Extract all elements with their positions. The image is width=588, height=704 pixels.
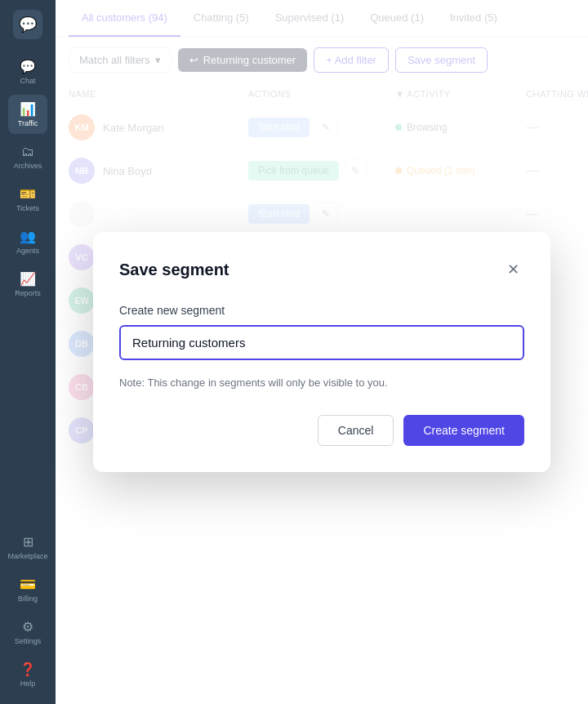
save-segment-modal: Save segment ✕ Create new segment Note: …	[93, 232, 550, 472]
sidebar-help-label: Help	[20, 679, 36, 688]
sidebar-chat-label: Chat	[20, 77, 35, 85]
sidebar-item-archives[interactable]: 🗂 Archives	[8, 137, 47, 176]
sidebar-item-help[interactable]: ❓ Help	[8, 655, 47, 694]
modal-actions: Cancel Create segment	[119, 415, 524, 446]
sidebar-bottom: ⊞ Marketplace 💳 Billing ⚙ Settings ❓ Hel…	[8, 528, 47, 694]
sidebar-item-chat[interactable]: 💬 Chat	[8, 52, 47, 91]
sidebar-tickets-label: Tickets	[16, 204, 39, 212]
chat-icon: 💬	[20, 59, 36, 74]
sidebar-item-traffic[interactable]: 📊 Traffic	[8, 95, 47, 134]
modal-label: Create new segment	[119, 304, 524, 317]
sidebar-item-agents[interactable]: 👥 Agents	[8, 222, 47, 261]
sidebar: 💬 💬 Chat 📊 Traffic 🗂 Archives 🎫 Tickets …	[0, 0, 56, 704]
sidebar-item-marketplace[interactable]: ⊞ Marketplace	[8, 528, 47, 567]
reports-icon: 📈	[20, 271, 36, 287]
sidebar-traffic-label: Traffic	[18, 119, 38, 127]
modal-overlay: Save segment ✕ Create new segment Note: …	[56, 0, 588, 704]
traffic-icon: 📊	[20, 101, 36, 117]
cancel-button[interactable]: Cancel	[318, 415, 394, 446]
billing-icon: 💳	[20, 577, 36, 592]
modal-title: Save segment	[119, 261, 229, 279]
modal-note: Note: This change in segments will only …	[119, 377, 524, 389]
sidebar-archives-label: Archives	[14, 162, 42, 170]
sidebar-marketplace-label: Marketplace	[7, 552, 47, 560]
modal-header: Save segment ✕	[119, 258, 524, 281]
sidebar-reports-label: Reports	[15, 289, 41, 297]
sidebar-settings-label: Settings	[15, 637, 42, 645]
archives-icon: 🗂	[21, 145, 34, 159]
segment-name-input[interactable]	[119, 325, 524, 360]
agents-icon: 👥	[20, 229, 36, 244]
sidebar-item-settings[interactable]: ⚙ Settings	[8, 613, 47, 652]
tickets-icon: 🎫	[20, 186, 36, 202]
close-modal-button[interactable]: ✕	[501, 258, 524, 281]
sidebar-logo: 💬	[13, 10, 42, 39]
sidebar-billing-label: Billing	[18, 595, 38, 603]
sidebar-item-billing[interactable]: 💳 Billing	[8, 570, 47, 609]
help-icon: ❓	[20, 662, 36, 677]
marketplace-icon: ⊞	[23, 534, 33, 550]
sidebar-agents-label: Agents	[16, 247, 39, 255]
sidebar-item-reports[interactable]: 📈 Reports	[8, 265, 47, 304]
settings-icon: ⚙	[22, 619, 33, 635]
create-segment-button[interactable]: Create segment	[403, 415, 524, 446]
sidebar-item-tickets[interactable]: 🎫 Tickets	[8, 180, 47, 219]
